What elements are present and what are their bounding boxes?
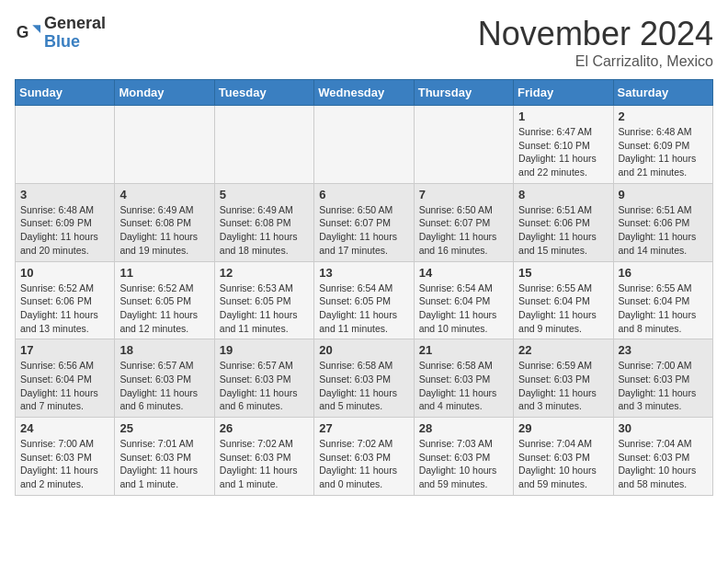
day-info: Sunrise: 6:54 AMSunset: 6:04 PMDaylight:… — [419, 282, 508, 336]
calendar-cell: 10Sunrise: 6:52 AMSunset: 6:06 PMDayligh… — [16, 261, 115, 339]
day-info: Sunrise: 6:49 AMSunset: 6:08 PMDaylight:… — [220, 203, 309, 258]
day-number: 9 — [619, 188, 708, 201]
day-info: Sunrise: 6:59 AMSunset: 6:03 PMDaylight:… — [518, 359, 608, 413]
day-info: Sunrise: 6:55 AMSunset: 6:04 PMDaylight:… — [619, 282, 708, 336]
day-info: Sunrise: 6:51 AMSunset: 6:06 PMDaylight:… — [619, 203, 708, 258]
day-number: 18 — [119, 343, 209, 357]
day-number: 15 — [518, 266, 608, 280]
weekday-header: Friday — [514, 80, 613, 106]
day-info: Sunrise: 7:02 AMSunset: 6:03 PMDaylight:… — [220, 437, 309, 491]
day-info: Sunrise: 6:52 AMSunset: 6:06 PMDaylight:… — [20, 282, 109, 336]
day-info: Sunrise: 6:50 AMSunset: 6:07 PMDaylight:… — [419, 203, 508, 258]
logo-blue: Blue — [44, 33, 106, 52]
calendar-cell: 21Sunrise: 6:58 AMSunset: 6:03 PMDayligh… — [414, 339, 513, 418]
day-info: Sunrise: 6:53 AMSunset: 6:05 PMDaylight:… — [220, 282, 309, 336]
day-info: Sunrise: 6:54 AMSunset: 6:05 PMDaylight:… — [319, 282, 408, 336]
svg-marker-1 — [32, 25, 40, 33]
calendar-cell — [214, 106, 313, 184]
logo: G General Blue — [15, 15, 106, 52]
calendar-cell — [16, 106, 115, 184]
day-number: 10 — [20, 266, 109, 280]
calendar-cell: 24Sunrise: 7:00 AMSunset: 6:03 PMDayligh… — [16, 418, 115, 496]
day-info: Sunrise: 6:58 AMSunset: 6:03 PMDaylight:… — [319, 359, 408, 413]
calendar-cell: 3Sunrise: 6:48 AMSunset: 6:09 PMDaylight… — [16, 183, 115, 261]
calendar-cell — [115, 106, 214, 184]
day-info: Sunrise: 7:04 AMSunset: 6:03 PMDaylight:… — [619, 437, 708, 491]
calendar-cell: 19Sunrise: 6:57 AMSunset: 6:03 PMDayligh… — [214, 339, 313, 418]
day-number: 13 — [319, 266, 408, 280]
day-number: 26 — [220, 421, 309, 435]
day-number: 14 — [419, 266, 508, 280]
calendar-cell — [314, 106, 414, 184]
day-number: 21 — [419, 343, 508, 357]
calendar-cell: 14Sunrise: 6:54 AMSunset: 6:04 PMDayligh… — [414, 261, 513, 339]
logo-icon: G — [15, 20, 40, 46]
calendar-cell — [414, 106, 513, 184]
location-title: El Carrizalito, Mexico — [478, 53, 713, 70]
day-info: Sunrise: 6:51 AMSunset: 6:06 PMDaylight:… — [518, 203, 608, 258]
day-number: 19 — [220, 343, 309, 357]
calendar-week-row: 10Sunrise: 6:52 AMSunset: 6:06 PMDayligh… — [16, 261, 713, 339]
day-number: 2 — [619, 109, 708, 123]
day-info: Sunrise: 6:48 AMSunset: 6:09 PMDaylight:… — [20, 203, 109, 258]
day-number: 8 — [518, 188, 608, 201]
calendar-cell: 20Sunrise: 6:58 AMSunset: 6:03 PMDayligh… — [314, 339, 414, 418]
day-number: 29 — [518, 421, 608, 435]
calendar-cell: 30Sunrise: 7:04 AMSunset: 6:03 PMDayligh… — [613, 418, 712, 496]
calendar-cell: 12Sunrise: 6:53 AMSunset: 6:05 PMDayligh… — [214, 261, 313, 339]
weekday-header: Wednesday — [314, 80, 414, 106]
calendar-cell: 1Sunrise: 6:47 AMSunset: 6:10 PMDaylight… — [514, 106, 613, 184]
day-number: 11 — [119, 266, 209, 280]
calendar-cell: 16Sunrise: 6:55 AMSunset: 6:04 PMDayligh… — [613, 261, 712, 339]
page-header: G General Blue November 2024 El Carrizal… — [15, 15, 713, 70]
day-info: Sunrise: 7:00 AMSunset: 6:03 PMDaylight:… — [20, 437, 109, 491]
calendar-cell: 2Sunrise: 6:48 AMSunset: 6:09 PMDaylight… — [613, 106, 712, 184]
calendar-cell: 5Sunrise: 6:49 AMSunset: 6:08 PMDaylight… — [214, 183, 313, 261]
day-info: Sunrise: 6:49 AMSunset: 6:08 PMDaylight:… — [119, 203, 209, 258]
title-area: November 2024 El Carrizalito, Mexico — [478, 15, 713, 70]
calendar-cell: 17Sunrise: 6:56 AMSunset: 6:04 PMDayligh… — [16, 339, 115, 418]
calendar-cell: 13Sunrise: 6:54 AMSunset: 6:05 PMDayligh… — [314, 261, 414, 339]
calendar-header-row: SundayMondayTuesdayWednesdayThursdayFrid… — [16, 80, 713, 106]
day-number: 6 — [319, 188, 408, 201]
day-info: Sunrise: 6:47 AMSunset: 6:10 PMDaylight:… — [518, 125, 608, 179]
calendar-table: SundayMondayTuesdayWednesdayThursdayFrid… — [15, 79, 713, 496]
calendar-cell: 29Sunrise: 7:04 AMSunset: 6:03 PMDayligh… — [514, 418, 613, 496]
calendar-cell: 7Sunrise: 6:50 AMSunset: 6:07 PMDaylight… — [414, 183, 513, 261]
day-info: Sunrise: 6:50 AMSunset: 6:07 PMDaylight:… — [319, 203, 408, 258]
calendar-week-row: 24Sunrise: 7:00 AMSunset: 6:03 PMDayligh… — [16, 418, 713, 496]
month-title: November 2024 — [478, 15, 713, 53]
calendar-cell: 22Sunrise: 6:59 AMSunset: 6:03 PMDayligh… — [514, 339, 613, 418]
day-info: Sunrise: 6:55 AMSunset: 6:04 PMDaylight:… — [518, 282, 608, 336]
day-info: Sunrise: 6:57 AMSunset: 6:03 PMDaylight:… — [220, 359, 309, 413]
calendar-cell: 18Sunrise: 6:57 AMSunset: 6:03 PMDayligh… — [115, 339, 214, 418]
calendar-cell: 26Sunrise: 7:02 AMSunset: 6:03 PMDayligh… — [214, 418, 313, 496]
day-number: 28 — [419, 421, 508, 435]
day-info: Sunrise: 6:57 AMSunset: 6:03 PMDaylight:… — [119, 359, 209, 413]
day-number: 1 — [518, 109, 608, 123]
day-info: Sunrise: 7:00 AMSunset: 6:03 PMDaylight:… — [619, 359, 708, 413]
day-info: Sunrise: 7:03 AMSunset: 6:03 PMDaylight:… — [419, 437, 508, 491]
day-number: 23 — [619, 343, 708, 357]
calendar-week-row: 17Sunrise: 6:56 AMSunset: 6:04 PMDayligh… — [16, 339, 713, 418]
day-number: 22 — [518, 343, 608, 357]
logo-general: General — [44, 15, 106, 33]
calendar-cell: 27Sunrise: 7:02 AMSunset: 6:03 PMDayligh… — [314, 418, 414, 496]
calendar-week-row: 1Sunrise: 6:47 AMSunset: 6:10 PMDaylight… — [16, 106, 713, 184]
day-info: Sunrise: 7:04 AMSunset: 6:03 PMDaylight:… — [518, 437, 608, 491]
day-number: 3 — [20, 188, 109, 201]
day-info: Sunrise: 6:56 AMSunset: 6:04 PMDaylight:… — [20, 359, 109, 413]
calendar-cell: 4Sunrise: 6:49 AMSunset: 6:08 PMDaylight… — [115, 183, 214, 261]
weekday-header: Monday — [115, 80, 214, 106]
day-number: 5 — [220, 188, 309, 201]
day-info: Sunrise: 6:52 AMSunset: 6:05 PMDaylight:… — [119, 282, 209, 336]
weekday-header: Tuesday — [214, 80, 313, 106]
weekday-header: Sunday — [16, 80, 115, 106]
day-info: Sunrise: 7:01 AMSunset: 6:03 PMDaylight:… — [119, 437, 209, 491]
day-info: Sunrise: 6:48 AMSunset: 6:09 PMDaylight:… — [619, 125, 708, 179]
day-number: 7 — [419, 188, 508, 201]
day-number: 16 — [619, 266, 708, 280]
day-number: 27 — [319, 421, 408, 435]
calendar-cell: 11Sunrise: 6:52 AMSunset: 6:05 PMDayligh… — [115, 261, 214, 339]
calendar-cell: 23Sunrise: 7:00 AMSunset: 6:03 PMDayligh… — [613, 339, 712, 418]
